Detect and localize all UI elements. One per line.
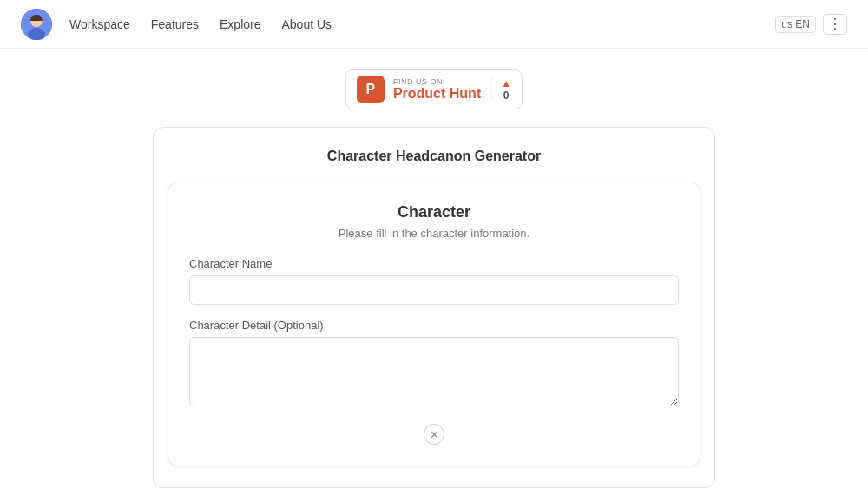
product-hunt-section: P FIND US ON Product Hunt ▲ 0 [0, 49, 868, 127]
product-hunt-badge[interactable]: P FIND US ON Product Hunt ▲ 0 [345, 69, 523, 109]
character-name-label: Character Name [189, 257, 679, 270]
navbar: Workspace Features Explore About Us us E… [0, 0, 868, 49]
character-detail-group: Character Detail (Optional) [189, 319, 679, 410]
nav-explore[interactable]: Explore [220, 17, 260, 31]
card-close-area: ✕ [189, 424, 679, 445]
character-name-group: Character Name [189, 257, 679, 305]
character-detail-label: Character Detail (Optional) [189, 319, 679, 332]
character-detail-textarea[interactable] [189, 337, 679, 406]
card-container: Character Headcanon Generator Character … [153, 127, 715, 488]
main-container: Character Headcanon Generator Character … [139, 127, 729, 488]
nav-right: us EN ⋮ [775, 14, 847, 35]
ph-find-us-label: FIND US ON [393, 77, 481, 86]
nav-about[interactable]: About Us [282, 17, 332, 31]
language-badge[interactable]: us EN [775, 16, 816, 33]
character-name-input[interactable] [189, 275, 679, 305]
close-character-card-button[interactable]: ✕ [424, 424, 444, 445]
ph-logo-icon: P [357, 76, 385, 103]
character-card-title: Character [189, 203, 679, 221]
nav-workspace[interactable]: Workspace [69, 17, 130, 31]
character-card: Character Please fill in the character i… [168, 182, 700, 466]
ph-votes-block: ▲ 0 [491, 77, 511, 102]
more-options-button[interactable]: ⋮ [823, 14, 847, 35]
nav-features[interactable]: Features [151, 17, 199, 31]
ph-upvote-icon: ▲ [501, 77, 511, 89]
nav-logo [21, 9, 52, 40]
nav-links: Workspace Features Explore About Us [69, 17, 775, 31]
page-title: Character Headcanon Generator [168, 149, 700, 164]
ph-product-name: Product Hunt [393, 86, 481, 102]
character-card-subtitle: Please fill in the character information… [189, 227, 679, 240]
ph-vote-count: 0 [503, 89, 510, 102]
ph-text-block: FIND US ON Product Hunt [393, 77, 481, 102]
